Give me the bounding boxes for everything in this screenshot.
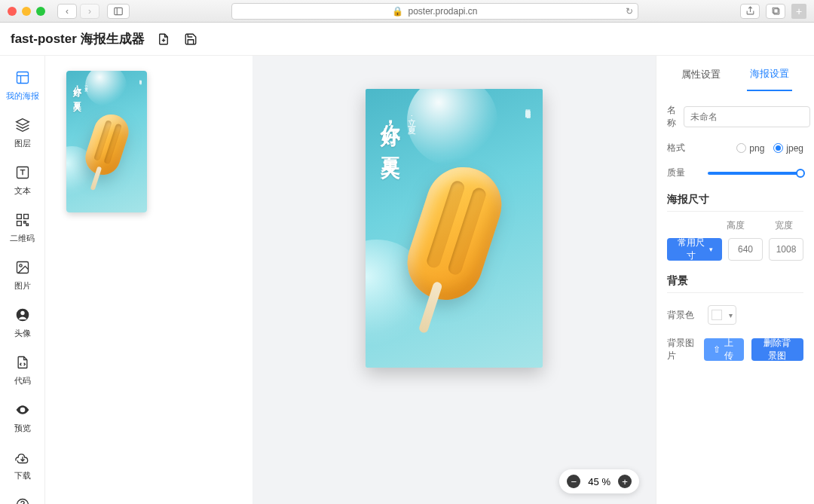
rail-item-label: 图层 (14, 138, 31, 149)
download-icon (14, 449, 31, 466)
svg-rect-12 (17, 215, 21, 219)
save-button[interactable] (182, 31, 199, 47)
tabs-button[interactable] (766, 4, 785, 19)
popsicle-graphic[interactable] (397, 157, 511, 310)
bg-section-header: 背景 (667, 274, 803, 293)
preset-size-button[interactable]: 常用尺寸▾ (667, 238, 722, 261)
rail-item-my[interactable]: 我的海报 (0, 63, 44, 111)
eye-icon (14, 402, 31, 418)
poster-main-text[interactable]: 你好，夏天 (378, 108, 404, 151)
image-icon (14, 259, 31, 276)
height-label: 高度 (727, 219, 745, 232)
help-icon (14, 496, 31, 504)
zoom-out-button[interactable]: − (567, 475, 580, 488)
minimize-window-button[interactable] (22, 7, 31, 16)
rail-item-label: 二维码 (10, 233, 35, 244)
rail-item-label: 预览 (14, 423, 31, 434)
color-swatch (711, 310, 722, 320)
address-bar[interactable]: 🔒 poster.prodapi.cn ↻ (231, 3, 638, 20)
svg-rect-13 (23, 215, 28, 219)
panel-tabs: 属性设置 海报设置 (667, 56, 803, 92)
size-section-header: 海报尺寸 (667, 193, 803, 212)
chevron-down-icon: ▾ (729, 311, 733, 319)
settings-panel: 属性设置 海报设置 名称 格式 png jpeg 质量 海报尺寸 高度 宽度 常… (656, 56, 814, 504)
rail-item-label: 我的海报 (6, 90, 39, 102)
zoom-in-button[interactable]: + (618, 475, 632, 488)
rail-item-code[interactable]: 代码 (0, 348, 44, 396)
svg-rect-14 (17, 221, 21, 226)
poster-preview-small: 你好，夏天 立·夏 初夏静谧安好时光 小麻雀在枝头上 嘤嘤唱着欢歌 (66, 71, 147, 212)
sidebar-toggle-button[interactable] (107, 4, 130, 19)
lock-icon: 🔒 (392, 6, 403, 17)
rail-item-preview[interactable]: 预览 (0, 396, 44, 443)
app-header: fast-poster 海报生成器 (0, 23, 814, 56)
width-label: 宽度 (775, 219, 793, 232)
popsicle-graphic (81, 110, 133, 179)
format-png-radio[interactable]: png (736, 143, 764, 154)
close-window-button[interactable] (8, 7, 17, 16)
rail-item-layer[interactable]: 图层 (0, 111, 44, 158)
format-jpeg-radio[interactable]: jpeg (773, 143, 803, 154)
rail-item-text[interactable]: 文本 (0, 158, 44, 206)
name-input[interactable] (684, 106, 810, 127)
template-icon (14, 69, 31, 86)
bg-color-label: 背景色 (667, 309, 700, 322)
rail-item-label: 文本 (14, 185, 31, 197)
new-document-button[interactable] (155, 31, 172, 47)
qr-icon (14, 212, 31, 228)
svg-marker-10 (16, 119, 29, 125)
rail-item-label: 图片 (14, 280, 31, 292)
zoom-control: − 45 % + (559, 469, 639, 493)
chevron-down-icon: ▾ (709, 246, 713, 253)
width-input[interactable] (769, 238, 803, 261)
poster-corner-text[interactable]: 初夏静谧安好时光 小麻雀在枝头上 嘤嘤唱着欢歌 (522, 105, 532, 108)
remove-bg-button[interactable]: 删除背景图 (751, 338, 803, 361)
share-button[interactable] (740, 4, 760, 19)
app-title: fast-poster 海报生成器 (11, 30, 145, 47)
rail-item-image[interactable]: 图片 (0, 253, 44, 301)
svg-rect-16 (26, 224, 29, 226)
new-tab-button[interactable]: + (791, 4, 806, 19)
quality-label: 质量 (667, 166, 700, 179)
bg-color-picker[interactable]: ▾ (708, 305, 736, 325)
name-label: 名称 (667, 104, 676, 130)
svg-point-21 (21, 408, 23, 411)
rail-item-qr[interactable]: 二维码 (0, 206, 44, 253)
poster-sub-text: 立·夏 (84, 81, 89, 87)
forward-button[interactable]: › (80, 4, 99, 19)
fullscreen-window-button[interactable] (36, 7, 45, 16)
poster-thumbnail[interactable]: 你好，夏天 立·夏 初夏静谧安好时光 小麻雀在枝头上 嘤嘤唱着欢歌 (66, 71, 147, 212)
tool-rail: 我的海报图层文本二维码图片头像代码预览下载帮助 (0, 56, 45, 504)
poster-sub-text[interactable]: 立·夏 (406, 111, 418, 123)
rail-item-label: 代码 (14, 375, 31, 386)
bg-image-label: 背景图片 (667, 337, 696, 362)
svg-rect-0 (115, 8, 123, 14)
layers-icon (14, 117, 31, 133)
window-controls (8, 7, 45, 16)
svg-point-18 (19, 264, 21, 267)
rail-item-avatar[interactable]: 头像 (0, 301, 44, 348)
text-icon (14, 164, 31, 181)
rail-item-download[interactable]: 下载 (0, 443, 44, 490)
poster-corner-text: 初夏静谧安好时光 小麻雀在枝头上 嘤嘤唱着欢歌 (139, 78, 142, 80)
svg-rect-3 (773, 9, 779, 14)
svg-rect-4 (773, 8, 778, 13)
svg-rect-15 (23, 221, 26, 224)
reload-icon[interactable]: ↻ (626, 6, 633, 17)
quality-slider[interactable] (708, 172, 803, 175)
back-button[interactable]: ‹ (57, 4, 77, 19)
poster-canvas[interactable]: 你好，夏天 立·夏 初夏静谧安好时光 小麻雀在枝头上 嘤嘤唱着欢歌 (366, 89, 543, 368)
upload-bg-button[interactable]: ⇧ 上传 (704, 338, 744, 361)
url-text: poster.prodapi.cn (408, 6, 477, 17)
rail-item-label: 下载 (14, 470, 31, 481)
code-icon (14, 354, 31, 371)
height-input[interactable] (728, 238, 763, 261)
rail-item-help[interactable]: 帮助 (0, 490, 44, 504)
poster-main-text: 你好，夏天 (72, 80, 83, 99)
poster-list: 你好，夏天 立·夏 初夏静谧安好时光 小麻雀在枝头上 嘤嘤唱着欢歌 (45, 56, 252, 504)
avatar-icon (14, 307, 31, 323)
canvas-area[interactable]: 你好，夏天 立·夏 初夏静谧安好时光 小麻雀在枝头上 嘤嘤唱着欢歌 − 45 %… (252, 56, 656, 504)
tab-attributes[interactable]: 属性设置 (678, 57, 724, 90)
zoom-level: 45 % (588, 476, 610, 487)
tab-poster-settings[interactable]: 海报设置 (747, 57, 792, 91)
